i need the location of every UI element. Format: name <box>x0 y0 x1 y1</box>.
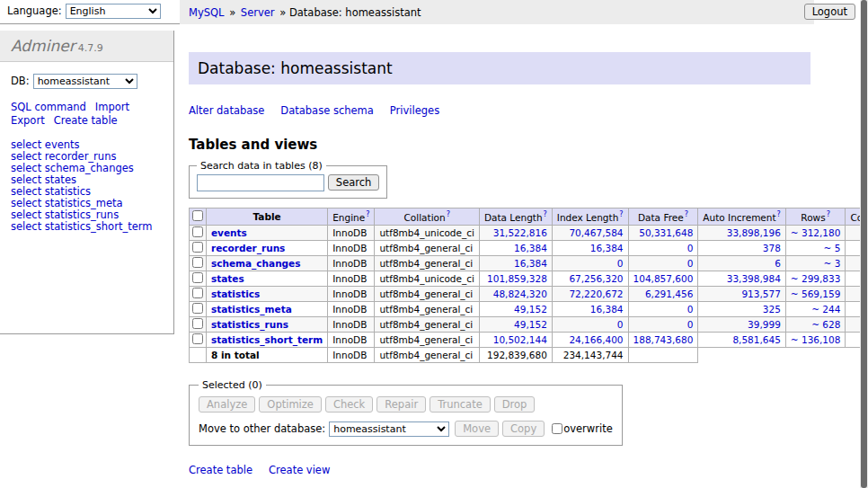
search-input[interactable] <box>197 174 324 191</box>
rows-link[interactable]: ~ 299,833 <box>791 273 841 284</box>
breadcrumb-link[interactable]: MySQL <box>189 6 225 19</box>
data-free-link[interactable]: 0 <box>687 319 694 330</box>
search-legend: Search data in tables (8) <box>197 160 326 172</box>
sidebar-command-row: ExportCreate table <box>11 114 163 128</box>
overwrite-checkbox[interactable] <box>552 423 562 434</box>
bulk-action-button[interactable]: Analyze <box>199 396 255 413</box>
index_length-cell: 16,384 <box>552 301 628 316</box>
column-help-link[interactable]: ? <box>447 210 450 218</box>
table-name-link[interactable]: statistics_meta <box>211 304 292 315</box>
auto-increment-link[interactable]: 8,581,645 <box>732 334 780 345</box>
data-free-link[interactable]: 6,291,456 <box>645 288 693 299</box>
table-name-link[interactable]: statistics_runs <box>211 319 288 330</box>
rows-link[interactable]: ~ 3 <box>824 258 841 269</box>
bulk-action-button[interactable]: Optimize <box>259 396 322 413</box>
data-length-link[interactable]: 16,384 <box>514 243 547 253</box>
sidebar-select-link[interactable]: select statistics_short_term <box>11 221 163 233</box>
scrollbar[interactable] <box>860 0 868 488</box>
bulk-action-button[interactable]: Repair <box>376 396 426 413</box>
select-all-checkbox[interactable] <box>192 210 203 221</box>
row-checkbox[interactable] <box>192 288 203 298</box>
index-length-link[interactable]: 72,220,672 <box>569 288 623 299</box>
index-length-link[interactable]: 67,256,320 <box>569 273 623 284</box>
column-help-link[interactable]: ? <box>619 210 623 218</box>
row-checkbox[interactable] <box>192 242 203 253</box>
data-free-link[interactable]: 0 <box>687 258 694 269</box>
bulk-action-button[interactable]: Check <box>325 396 373 413</box>
move-db-select[interactable]: homeassistant <box>329 421 449 437</box>
index-length-link[interactable]: 70,467,584 <box>569 227 623 238</box>
data-free-link[interactable]: 188,743,680 <box>633 334 694 345</box>
create-link[interactable]: Create table <box>189 464 252 476</box>
row-checkbox[interactable] <box>192 333 203 344</box>
data-length-link[interactable]: 31,522,816 <box>493 227 547 238</box>
data-length-link[interactable]: 49,152 <box>514 304 547 315</box>
table-name-link[interactable]: schema_changes <box>211 258 301 269</box>
db-action-link[interactable]: Alter database <box>189 104 264 117</box>
column-help-link[interactable]: ? <box>827 210 830 218</box>
sidebar-command-link[interactable]: Import <box>95 101 129 113</box>
index-length-link[interactable]: 16,384 <box>590 304 624 315</box>
index-length-link[interactable]: 0 <box>617 258 624 269</box>
data-length-link[interactable]: 101,859,328 <box>487 273 547 284</box>
sidebar-command-link[interactable]: SQL command <box>11 101 86 113</box>
auto-increment-link[interactable]: 325 <box>763 304 781 315</box>
column-help-link[interactable]: ? <box>544 210 547 218</box>
sidebar-command-link[interactable]: Create table <box>54 114 118 127</box>
overwrite-label[interactable]: overwrite <box>563 422 613 435</box>
index-length-link[interactable]: 24,166,400 <box>569 334 623 345</box>
column-help-link[interactable]: ? <box>777 210 781 218</box>
bulk-action-button[interactable]: Truncate <box>430 396 491 413</box>
auto-increment-link[interactable]: 33,398,984 <box>727 273 781 284</box>
auto-increment-link[interactable]: 378 <box>763 243 781 253</box>
db-action-link[interactable]: Database schema <box>280 104 373 117</box>
data_free-cell: 188,743,680 <box>628 332 698 347</box>
db-action-link[interactable]: Privileges <box>390 104 439 117</box>
bulk-action-button[interactable]: Drop <box>494 396 536 413</box>
rows-link[interactable]: ~ 312,180 <box>791 227 841 238</box>
breadcrumb-link[interactable]: Server <box>241 6 275 19</box>
row-checkbox[interactable] <box>192 257 203 268</box>
language-select[interactable]: English <box>66 4 161 19</box>
data-length-link[interactable]: 10,502,144 <box>493 334 547 345</box>
table-name-link[interactable]: states <box>211 273 244 284</box>
create-link[interactable]: Create view <box>269 464 330 476</box>
table-name-link[interactable]: statistics_short_term <box>211 334 323 345</box>
row-checkbox[interactable] <box>192 226 203 237</box>
data-length-link[interactable]: 49,152 <box>514 319 547 330</box>
auto-increment-link[interactable]: 6 <box>775 258 781 269</box>
move-button[interactable]: Move <box>455 421 499 437</box>
rows-link[interactable]: ~ 628 <box>811 319 840 330</box>
logout-button[interactable]: Logout <box>804 4 855 20</box>
data_length-cell: 49,152 <box>479 316 552 332</box>
index-length-link[interactable]: 16,384 <box>590 243 624 253</box>
search-button[interactable]: Search <box>328 174 380 191</box>
table-name-link[interactable]: events <box>211 227 247 238</box>
table-name-link[interactable]: statistics <box>211 288 260 299</box>
rows-link[interactable]: ~ 569,159 <box>791 288 841 299</box>
data-free-link[interactable]: 0 <box>687 243 694 253</box>
data-free-link[interactable]: 0 <box>687 304 694 315</box>
row-checkbox[interactable] <box>192 318 203 329</box>
rows-link[interactable]: ~ 244 <box>811 304 840 315</box>
data-free-link[interactable]: 104,857,600 <box>633 273 694 284</box>
auto-increment-link[interactable]: 913,577 <box>741 288 780 299</box>
scrollbar-thumb[interactable] <box>861 0 867 488</box>
copy-button[interactable]: Copy <box>502 421 545 437</box>
collation-cell: utf8mb4_general_ci <box>375 240 479 255</box>
data-free-link[interactable]: 50,331,648 <box>639 227 693 238</box>
data-length-link[interactable]: 16,384 <box>514 258 547 269</box>
sidebar-command-link[interactable]: Export <box>11 114 45 127</box>
index-length-link[interactable]: 0 <box>617 319 624 330</box>
auto-increment-link[interactable]: 39,999 <box>748 319 781 330</box>
data-length-link[interactable]: 48,824,320 <box>493 288 547 299</box>
rows-link[interactable]: ~ 136,108 <box>791 334 841 345</box>
column-help-link[interactable]: ? <box>685 210 688 218</box>
rows-link[interactable]: ~ 5 <box>824 243 841 253</box>
column-help-link[interactable]: ? <box>366 210 369 218</box>
auto-increment-link[interactable]: 33,898,196 <box>727 227 781 238</box>
row-checkbox[interactable] <box>192 303 203 314</box>
table-name-link[interactable]: recorder_runs <box>211 243 285 253</box>
db-select[interactable]: homeassistant <box>33 74 137 89</box>
row-checkbox[interactable] <box>192 272 203 283</box>
